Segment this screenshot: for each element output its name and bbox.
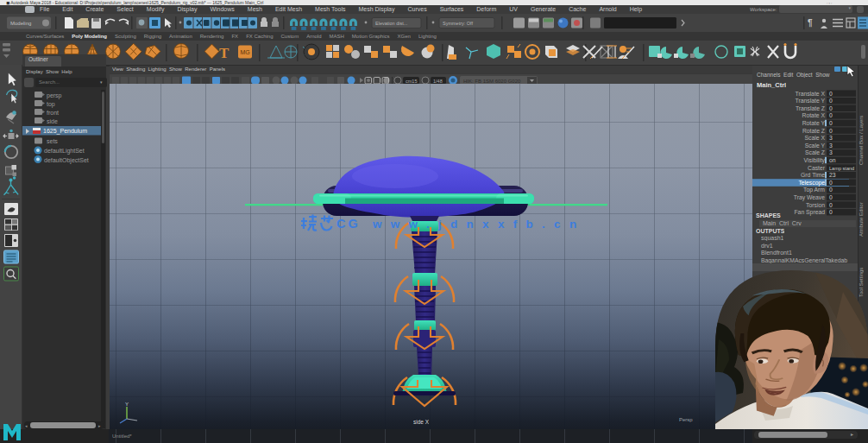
svg-text:Torsion: Torsion [806,202,825,208]
svg-text:defaultLightSet: defaultLightSet [44,148,85,155]
svg-text:3: 3 [829,135,833,141]
svg-text:3: 3 [829,142,833,149]
svg-text:Caster: Caster [808,165,826,171]
svg-text:Lamp stand: Lamp stand [829,166,854,171]
svg-text:side: side [47,118,58,124]
svg-text:on: on [829,157,836,163]
svg-text:persp: persp [47,92,62,99]
svg-text:front: front [47,110,59,116]
svg-text:cm15: cm15 [406,79,417,84]
svg-text:0: 0 [829,194,833,200]
svg-text:0: 0 [829,202,833,208]
svg-text:23: 23 [829,172,836,178]
svg-text:Symmetry: Off: Symmetry: Off [443,21,474,26]
svg-text:Rotate Z: Rotate Z [802,128,825,134]
svg-text:Scale Y: Scale Y [805,142,826,149]
svg-text:1/48: 1/48 [433,79,443,84]
svg-text:Translate Z: Translate Z [796,105,825,111]
svg-text:Telescope: Telescope [798,180,825,187]
svg-text:Top Arm: Top Arm [803,187,825,193]
svg-text:top: top [47,101,55,108]
svg-text:0: 0 [829,98,833,104]
svg-text:Rotate X: Rotate X [802,112,826,118]
svg-text:Grd Time: Grd Time [801,172,825,178]
svg-text:Rotate Y: Rotate Y [802,120,826,126]
svg-text:0: 0 [829,105,833,111]
svg-text:Modeling: Modeling [10,21,31,26]
svg-text:3: 3 [829,149,833,155]
svg-text:Translate X: Translate X [795,91,825,97]
svg-text:sets: sets [47,138,58,144]
svg-text:Translate Y: Translate Y [796,98,826,104]
svg-text:MG: MG [241,49,250,55]
svg-text:Visibility: Visibility [804,157,826,164]
svg-text:Fan Spread: Fan Spread [794,209,825,216]
svg-text:Scale X: Scale X [805,135,826,141]
svg-text:1625_Pendulum: 1625_Pendulum [43,128,87,135]
svg-text:0: 0 [829,180,833,186]
svg-text:0: 0 [829,112,833,118]
svg-text:HIK: FB 1SM 6020 G020: HIK: FB 1SM 6020 G020 [463,79,521,84]
svg-text:0: 0 [829,91,833,97]
svg-text:0: 0 [829,128,833,134]
svg-text:CG: CG [337,217,361,231]
svg-text:0: 0 [829,120,833,126]
svg-text:Elevation dist...: Elevation dist... [375,21,408,26]
svg-text:defaultObjectSet: defaultObjectSet [44,157,89,164]
svg-text:T: T [219,45,230,61]
svg-text:Y: Y [125,402,129,407]
svg-text:www.jdnxxfb.cn: www.jdnxxfb.cn [372,218,585,231]
svg-text:0: 0 [829,209,833,215]
svg-text:¶: ¶ [808,18,813,28]
svg-text:Scale Z: Scale Z [805,149,825,155]
svg-text:Tray Weave: Tray Weave [794,194,825,201]
svg-text:0: 0 [829,187,833,193]
